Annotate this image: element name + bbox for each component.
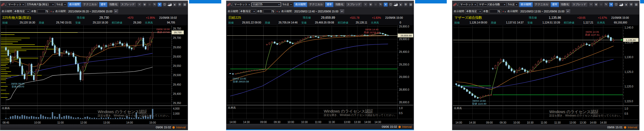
ohlc-row: 始値 29,501.22 09:00 高値 29,705.04 14:46 安値… bbox=[226, 20, 414, 25]
display-period-button[interactable]: 表示期間 bbox=[68, 2, 81, 7]
normal-button[interactable]: 通常 bbox=[325, 2, 333, 7]
printer-icon[interactable]: ▤ bbox=[408, 2, 413, 7]
display-period-button[interactable]: 表示期間 bbox=[519, 2, 533, 7]
reload-icon[interactable]: ↩ bbox=[566, 9, 571, 14]
count-spinner[interactable]: ▼▲ bbox=[50, 11, 54, 12]
count-spinner[interactable]: ▼▲ bbox=[276, 11, 280, 12]
normal-button[interactable]: 通常 bbox=[551, 2, 559, 7]
interval-status-icon bbox=[624, 126, 626, 129]
symbol-select[interactable]: 225先物大阪(期近)▼ bbox=[26, 2, 55, 7]
technical-button[interactable]: テクニカル bbox=[533, 2, 550, 7]
svg-text:11:30: 11:30 bbox=[328, 121, 335, 124]
normal-button[interactable]: 通常 bbox=[99, 2, 107, 7]
area-chart-icon[interactable]: ▲ bbox=[172, 2, 177, 7]
info-icon[interactable]: ⓘ bbox=[388, 2, 393, 7]
wrench-icon[interactable]: ⚙ bbox=[177, 2, 182, 7]
area-chart-icon[interactable]: ▲ bbox=[398, 2, 403, 7]
indexed-button[interactable]: 指数化 bbox=[334, 2, 345, 7]
zoom-out-icon[interactable]: ⊖ bbox=[147, 2, 152, 7]
plus-icon[interactable]: + bbox=[363, 2, 368, 7]
link-icon[interactable]: 1 bbox=[227, 3, 232, 6]
symbol-select[interactable]: 日経225▼ bbox=[252, 2, 281, 7]
period-mode-select[interactable]: 本数指定▼ bbox=[239, 9, 256, 13]
plus-icon[interactable]: + bbox=[137, 2, 142, 7]
interval-label: Interval bbox=[176, 126, 186, 129]
display-period-button[interactable]: 表示期間 bbox=[294, 2, 307, 7]
printer-icon[interactable]: ▤ bbox=[634, 2, 638, 7]
zoom-out-icon[interactable]: ⊖ bbox=[599, 2, 603, 7]
svg-text:09:00: 09:00 bbox=[260, 121, 267, 124]
count-input[interactable]: 76 bbox=[490, 10, 501, 13]
indexed-button[interactable]: 指数化 bbox=[108, 2, 119, 7]
interval-label: Interval bbox=[402, 125, 412, 128]
timeframe-select[interactable]: 5分足▼ bbox=[507, 2, 519, 7]
price-header: 日経225 現在値 29,659.89 +531.78 +1.83% 21/09… bbox=[226, 15, 414, 20]
interval-status-icon bbox=[398, 126, 401, 128]
info-icon[interactable]: ⓘ bbox=[162, 2, 167, 7]
wrench-icon[interactable]: ⚙ bbox=[629, 2, 633, 7]
prev-close-label: 前日終値 bbox=[564, 21, 574, 25]
market-select[interactable]: マーケット▼ bbox=[7, 2, 25, 7]
svg-text:09/06 09:05: 09/06 09:05 bbox=[11, 82, 25, 85]
svg-text:11:30: 11:30 bbox=[554, 121, 561, 124]
zoom-in-icon[interactable]: ⊕ bbox=[142, 2, 147, 7]
tick-chart-icon[interactable]: ▂▄▆ bbox=[393, 2, 398, 7]
pencil-icon[interactable]: ✎ bbox=[152, 2, 157, 7]
chevron-down-icon: ▼ bbox=[290, 4, 292, 6]
open-label: 始値 bbox=[2, 21, 8, 25]
price-chart[interactable]: 29,800.029,600.029,400.029,200.029,000.0… bbox=[227, 25, 413, 124]
reload-icon[interactable]: ↩ bbox=[340, 9, 345, 14]
range-value: 2021/09/03 13:40 ~ 2021/09/06 15:00 bbox=[294, 10, 338, 13]
period-mode-select[interactable]: 本数指定▼ bbox=[465, 9, 482, 13]
range-label: 表示期間 : bbox=[281, 10, 293, 13]
count-spinner[interactable]: ▼▲ bbox=[502, 11, 506, 12]
volume-label: 出来高 bbox=[371, 21, 379, 25]
zoom-in-icon[interactable]: ⊕ bbox=[368, 2, 373, 7]
price-chart[interactable]: 29,75029,70029,65029,60029,55029,50029,4… bbox=[1, 25, 187, 124]
link-icon[interactable]: 1 bbox=[453, 3, 458, 6]
plus-icon[interactable]: + bbox=[589, 2, 593, 7]
price-chart[interactable]: 1,140.01,135.01,130.01,125.01,120.01,115… bbox=[453, 25, 639, 124]
spread-button[interactable]: スプレッド bbox=[120, 2, 136, 7]
yen-icon[interactable]: ¥ bbox=[609, 2, 613, 7]
wrench-icon[interactable]: ⚙ bbox=[403, 2, 408, 7]
market-select[interactable]: マーケット▼ bbox=[459, 2, 477, 7]
price-header: 225先物大阪(期近) 現在値 29,730 +570 +1.95% 21/09… bbox=[0, 15, 188, 20]
background-window-strip bbox=[415, 0, 447, 3]
chevron-down-icon: ▼ bbox=[479, 11, 481, 12]
tick-chart-icon[interactable]: ▂▄▆ bbox=[167, 2, 172, 7]
reload-icon[interactable]: ↩ bbox=[114, 9, 119, 14]
timeframe-select[interactable]: 5分足▼ bbox=[281, 2, 293, 7]
svg-text:14:30: 14:30 bbox=[600, 121, 607, 124]
yen-icon[interactable]: ¥ bbox=[157, 2, 162, 7]
chart-window-225-futures: 1 マーケット▼ 225先物大阪(期近)▼ 5分足▼ 表示期間 テクニカル 通常… bbox=[0, 1, 188, 130]
link-icon[interactable]: 1 bbox=[1, 3, 6, 6]
timeframe-select[interactable]: 5分足▼ bbox=[55, 2, 67, 7]
zoom-in-icon[interactable]: ⊕ bbox=[594, 2, 598, 7]
printer-icon[interactable]: ▤ bbox=[182, 2, 187, 7]
symbol-select[interactable]: マザーズ総合指数▼ bbox=[478, 2, 506, 7]
period-mode-select[interactable]: 本数指定▼ bbox=[13, 9, 30, 13]
spread-button[interactable]: スプレッド bbox=[346, 2, 362, 7]
technical-button[interactable]: テクニカル bbox=[308, 2, 325, 7]
change-value: +570 bbox=[109, 16, 133, 19]
period-row: 表示期間 本数指定▼ 本数 76 ▼▲ 表示期間 : 2021/09/03 13… bbox=[452, 8, 639, 15]
technical-button[interactable]: テクニカル bbox=[82, 2, 98, 7]
indexed-button[interactable]: 指数化 bbox=[560, 2, 571, 7]
count-input[interactable]: 79 bbox=[264, 10, 275, 13]
pencil-icon[interactable]: ✎ bbox=[378, 2, 383, 7]
svg-text:1,130.0: 1,130.0 bbox=[624, 56, 633, 59]
svg-text:14:00: 14:00 bbox=[126, 121, 133, 124]
count-input[interactable]: 79 bbox=[37, 10, 49, 13]
area-chart-icon[interactable]: ▲ bbox=[624, 2, 628, 7]
open-value: 1,126.14 09:00 bbox=[460, 21, 487, 24]
zoom-out-icon[interactable]: ⊖ bbox=[373, 2, 378, 7]
info-icon[interactable]: ⓘ bbox=[614, 2, 618, 7]
svg-text:10:30: 10:30 bbox=[301, 121, 308, 124]
tick-chart-icon[interactable]: ▂▄▆ bbox=[619, 2, 623, 7]
yen-icon[interactable]: ¥ bbox=[383, 2, 388, 7]
market-select[interactable]: マーケット▼ bbox=[233, 2, 251, 7]
svg-text:安値 1115.80: 安値 1115.80 bbox=[472, 102, 487, 105]
pencil-icon[interactable]: ✎ bbox=[604, 2, 608, 7]
spread-button[interactable]: スプレッド bbox=[571, 2, 588, 7]
